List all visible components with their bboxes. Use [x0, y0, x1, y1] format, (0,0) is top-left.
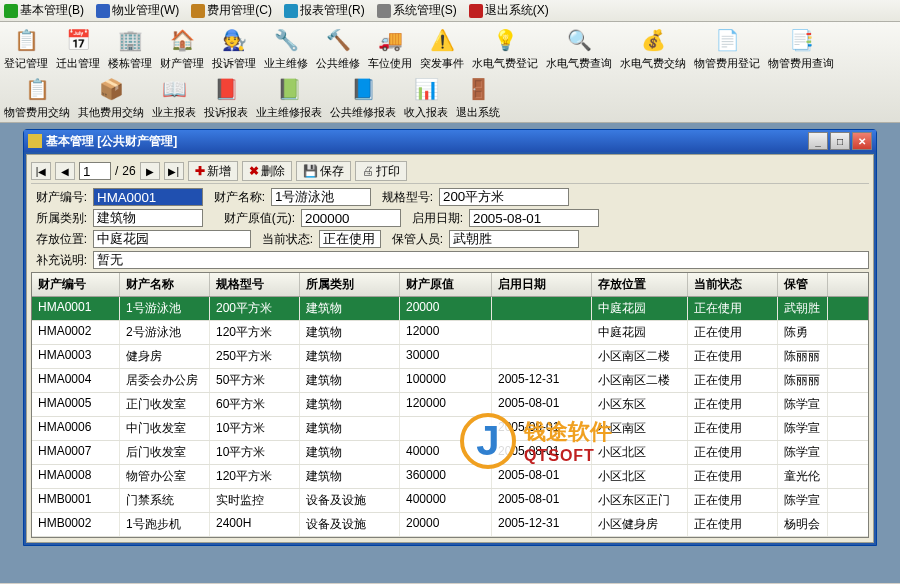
save-button[interactable]: 💾保存 — [296, 161, 351, 181]
table-cell: 正在使用 — [688, 441, 778, 464]
toolbar-button[interactable]: 🔍水电气费查询 — [542, 24, 616, 73]
table-cell: 120平方米 — [210, 465, 300, 488]
toolbar-icon: 📕 — [212, 75, 240, 103]
toolbar-button[interactable]: 📋登记管理 — [0, 24, 52, 73]
table-cell: 360000 — [400, 465, 492, 488]
field-spec[interactable] — [439, 188, 569, 206]
table-row[interactable]: HMA00022号游泳池120平方米建筑物12000中庭花园正在使用陈勇 — [32, 321, 868, 345]
field-value[interactable] — [301, 209, 401, 227]
column-header[interactable]: 规格型号 — [210, 273, 300, 296]
toolbar-button[interactable]: 📗业主维修报表 — [252, 73, 326, 122]
toolbar-label: 公共维修 — [316, 56, 360, 71]
toolbar-button[interactable]: 🏢楼栋管理 — [104, 24, 156, 73]
delete-button[interactable]: ✖删除 — [242, 161, 292, 181]
table-cell: 居委会办公房 — [120, 369, 210, 392]
table-row[interactable]: HMA0008物管办公室120平方米建筑物3600002005-08-01小区北… — [32, 465, 868, 489]
toolbar-button[interactable]: 📊收入报表 — [400, 73, 452, 122]
toolbar-button[interactable]: 🧑‍🔧投诉管理 — [208, 24, 260, 73]
menu-item[interactable]: 报表管理(R) — [284, 2, 365, 19]
column-header[interactable]: 启用日期 — [492, 273, 592, 296]
toolbar-button[interactable]: 🏠财产管理 — [156, 24, 208, 73]
table-row[interactable]: HMA0004居委会办公房50平方米建筑物1000002005-12-31小区南… — [32, 369, 868, 393]
field-remark[interactable] — [93, 251, 869, 269]
column-header[interactable]: 当前状态 — [688, 273, 778, 296]
column-header[interactable]: 财产原值 — [400, 273, 492, 296]
minimize-button[interactable]: _ — [808, 132, 828, 150]
table-cell: 2400H — [210, 513, 300, 536]
toolbar-button[interactable]: 🚪退出系统 — [452, 73, 504, 122]
table-cell: 正在使用 — [688, 417, 778, 440]
toolbar-button[interactable]: ⚠️突发事件 — [416, 24, 468, 73]
toolbar-label: 业主维修报表 — [256, 105, 322, 120]
next-record-button[interactable]: ▶ — [140, 162, 160, 180]
grid-body[interactable]: HMA00011号游泳池200平方米建筑物20000中庭花园正在使用武朝胜HMA… — [32, 297, 868, 537]
window-title: 基本管理 [公共财产管理] — [46, 133, 177, 150]
toolbar-label: 登记管理 — [4, 56, 48, 71]
maximize-button[interactable]: □ — [830, 132, 850, 150]
field-asset-code[interactable] — [93, 188, 203, 206]
field-keeper[interactable] — [449, 230, 579, 248]
table-cell: 陈丽丽 — [778, 369, 828, 392]
field-location[interactable] — [93, 230, 251, 248]
toolbar-label: 收入报表 — [404, 105, 448, 120]
label-category: 所属类别: — [31, 210, 87, 227]
last-record-button[interactable]: ▶| — [164, 162, 184, 180]
record-navigator: |◀ ◀ / 26 ▶ ▶| ✚新增 ✖删除 💾保存 🖨打印 — [31, 159, 869, 184]
toolbar-button[interactable]: 📖业主报表 — [148, 73, 200, 122]
column-header[interactable]: 存放位置 — [592, 273, 688, 296]
toolbar-button[interactable]: 🔨公共维修 — [312, 24, 364, 73]
current-record-input[interactable] — [79, 162, 111, 180]
table-row[interactable]: HMB0001门禁系统实时监控设备及设施4000002005-08-01小区东区… — [32, 489, 868, 513]
toolbar-button[interactable]: 📕投诉报表 — [200, 73, 252, 122]
table-row[interactable]: HMA0003健身房250平方米建筑物30000小区南区二楼正在使用陈丽丽 — [32, 345, 868, 369]
menu-item[interactable]: 基本管理(B) — [4, 2, 84, 19]
toolbar-button[interactable]: 📄物管费用登记 — [690, 24, 764, 73]
table-row[interactable]: HMA00011号游泳池200平方米建筑物20000中庭花园正在使用武朝胜 — [32, 297, 868, 321]
toolbar-icon: 📋 — [23, 75, 51, 103]
prev-record-button[interactable]: ◀ — [55, 162, 75, 180]
table-cell: HMA0006 — [32, 417, 120, 440]
table-cell: 陈丽丽 — [778, 345, 828, 368]
column-header[interactable]: 财产编号 — [32, 273, 120, 296]
toolbar-button[interactable]: 📦其他费用交纳 — [74, 73, 148, 122]
toolbar-button[interactable]: 📅迁出管理 — [52, 24, 104, 73]
toolbar-button[interactable]: 📘公共维修报表 — [326, 73, 400, 122]
field-date[interactable] — [469, 209, 599, 227]
table-cell — [400, 417, 492, 440]
toolbar-icon: 🔨 — [324, 26, 352, 54]
toolbar-button[interactable]: 🚚车位使用 — [364, 24, 416, 73]
table-cell: 健身房 — [120, 345, 210, 368]
field-status[interactable] — [319, 230, 381, 248]
add-button[interactable]: ✚新增 — [188, 161, 238, 181]
table-row[interactable]: HMA0007后门收发室10平方米建筑物400002005-08-01小区北区正… — [32, 441, 868, 465]
menu-item[interactable]: 物业管理(W) — [96, 2, 179, 19]
table-cell: 建筑物 — [300, 417, 400, 440]
table-cell: 正在使用 — [688, 489, 778, 512]
print-button[interactable]: 🖨打印 — [355, 161, 407, 181]
table-cell: 10平方米 — [210, 441, 300, 464]
field-category[interactable] — [93, 209, 203, 227]
toolbar-button[interactable]: 💡水电气费登记 — [468, 24, 542, 73]
table-cell: 10平方米 — [210, 417, 300, 440]
field-asset-name[interactable] — [271, 188, 371, 206]
column-header[interactable]: 所属类别 — [300, 273, 400, 296]
table-row[interactable]: HMB00021号跑步机2400H设备及设施200002005-12-31小区健… — [32, 513, 868, 537]
toolbar-button[interactable]: 📑物管费用查询 — [764, 24, 838, 73]
column-header[interactable]: 财产名称 — [120, 273, 210, 296]
menu-item[interactable]: 系统管理(S) — [377, 2, 457, 19]
table-row[interactable]: HMA0006中门收发室10平方米建筑物2005-08-01小区南区正在使用陈学… — [32, 417, 868, 441]
menu-item[interactable]: 费用管理(C) — [191, 2, 272, 19]
first-record-button[interactable]: |◀ — [31, 162, 51, 180]
toolbar-label: 物管费用登记 — [694, 56, 760, 71]
toolbar-button[interactable]: 🔧业主维修 — [260, 24, 312, 73]
toolbar-button[interactable]: 📋物管费用交纳 — [0, 73, 74, 122]
close-button[interactable]: ✕ — [852, 132, 872, 150]
main-toolbar: 📋登记管理📅迁出管理🏢楼栋管理🏠财产管理🧑‍🔧投诉管理🔧业主维修🔨公共维修🚚车位… — [0, 22, 900, 123]
toolbar-icon: 🚚 — [376, 26, 404, 54]
table-cell: 建筑物 — [300, 345, 400, 368]
table-row[interactable]: HMA0005正门收发室60平方米建筑物1200002005-08-01小区东区… — [32, 393, 868, 417]
column-header[interactable]: 保管 — [778, 273, 828, 296]
menu-item[interactable]: 退出系统(X) — [469, 2, 549, 19]
toolbar-label: 迁出管理 — [56, 56, 100, 71]
toolbar-button[interactable]: 💰水电气费交纳 — [616, 24, 690, 73]
